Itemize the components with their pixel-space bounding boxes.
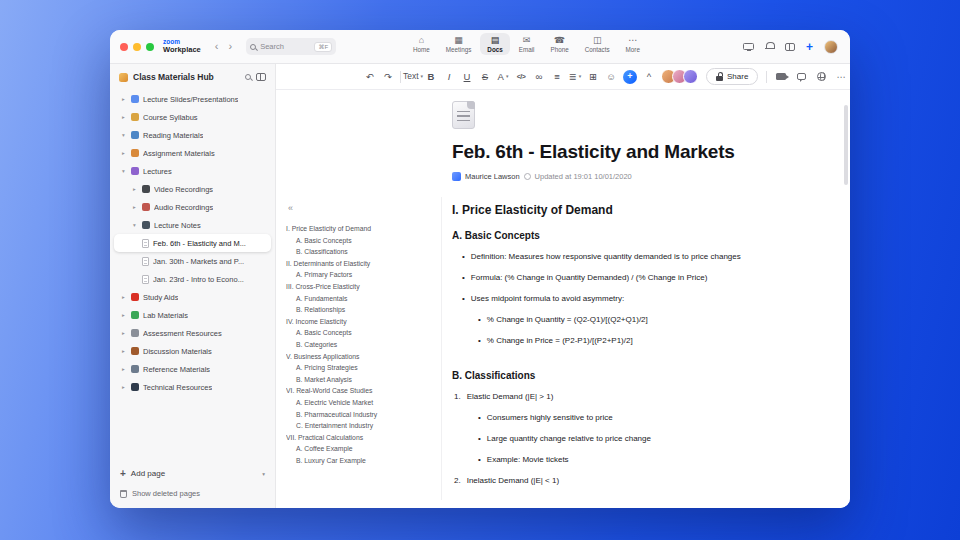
tab-docs[interactable]: ▤Docs — [480, 33, 509, 55]
panel-toggle-icon[interactable] — [785, 43, 795, 51]
tab-email[interactable]: ✉Email — [512, 33, 542, 55]
devices-icon[interactable] — [743, 43, 754, 50]
document-content[interactable]: Feb. 6th - Elasticity and Markets Mauric… — [452, 101, 826, 486]
link-button[interactable]: ∞ — [533, 72, 545, 82]
insert-table-button[interactable]: ⊞ — [587, 72, 599, 82]
sidebar-folder-item[interactable]: ▸Assignment Materials — [114, 144, 271, 162]
sidebar-folder-item[interactable]: ▸Technical Resources — [114, 378, 271, 396]
sidebar-folder-item[interactable]: ▸Discussion Materials — [114, 342, 271, 360]
outline-item[interactable]: VI. Real-World Case Studies — [286, 385, 437, 397]
notifications-icon[interactable] — [765, 42, 774, 51]
document-heading[interactable]: A. Basic Concepts — [452, 230, 826, 241]
bullet-item[interactable]: •Formula: (% Change in Quantity Demanded… — [452, 273, 826, 283]
global-search[interactable]: Search ⌘F — [246, 38, 336, 55]
document-heading[interactable]: I. Price Elasticity of Demand — [452, 203, 826, 217]
back-button[interactable]: ‹ — [213, 41, 221, 52]
bullet-item[interactable]: •% Change in Quantity = (Q2-Q1)/[(Q2+Q1)… — [452, 315, 826, 325]
add-page-button[interactable]: + Add page ▾ — [120, 468, 265, 479]
sidebar-folder-item[interactable]: ▸Course Syllabus — [114, 108, 271, 126]
bulleted-list-button[interactable]: ≡ — [551, 72, 563, 82]
chevron-right-icon[interactable]: ▸ — [120, 96, 127, 102]
tab-more[interactable]: ⋯More — [619, 33, 647, 55]
sidebar-search-icon[interactable] — [245, 74, 251, 80]
collapse-outline-icon[interactable]: « — [288, 204, 293, 213]
align-button[interactable]: ≣ ▾ — [569, 72, 581, 82]
bullet-item[interactable]: •Definition: Measures how responsive qua… — [452, 252, 826, 262]
minimize-window-button[interactable] — [133, 43, 141, 51]
sidebar-folder-item[interactable]: ▸Study Aids — [114, 288, 271, 306]
bold-button[interactable]: B — [425, 72, 437, 82]
outline-item[interactable]: III. Cross-Price Elasticity — [286, 281, 437, 293]
outline-item[interactable]: B. Pharmaceutical Industry — [286, 409, 437, 421]
outline-item[interactable]: A. Pricing Strategies — [286, 362, 437, 374]
numbered-item[interactable]: 1.Elastic Demand (|E| > 1) — [452, 392, 826, 402]
close-window-button[interactable] — [120, 43, 128, 51]
sidebar-folder-item[interactable]: ▸Audio Recordings — [114, 198, 271, 216]
chevron-right-icon[interactable]: ▸ — [120, 366, 127, 372]
outline-item[interactable]: B. Market Analysis — [286, 374, 437, 386]
strikethrough-button[interactable]: S — [479, 72, 491, 82]
text-color-button[interactable]: A ▾ — [497, 72, 509, 82]
sidebar-folder-item[interactable]: ▾Reading Materials — [114, 126, 271, 144]
outline-item[interactable]: B. Categories — [286, 339, 437, 351]
redo-button[interactable]: ↷ — [382, 72, 394, 82]
outline-item[interactable]: A. Basic Concepts — [286, 327, 437, 339]
chevron-right-icon[interactable]: ▸ — [120, 114, 127, 120]
document-title[interactable]: Feb. 6th - Elasticity and Markets — [452, 141, 826, 163]
chevron-right-icon[interactable]: ▸ — [131, 186, 138, 192]
chevron-right-icon[interactable]: ▸ — [131, 204, 138, 210]
share-button[interactable]: Share — [706, 68, 758, 85]
outline-item[interactable]: B. Classifications — [286, 246, 437, 258]
fullscreen-window-button[interactable] — [146, 43, 154, 51]
chevron-right-icon[interactable]: ▸ — [120, 384, 127, 390]
language-button[interactable] — [815, 72, 827, 81]
sidebar-folder-item[interactable]: ▸Assessment Resources — [114, 324, 271, 342]
chevron-right-icon[interactable]: ▸ — [120, 312, 127, 318]
outline-item[interactable]: II. Determinants of Elasticity — [286, 258, 437, 270]
emoji-button[interactable]: ☺ — [605, 72, 617, 82]
outline-item[interactable]: VII. Practical Calculations — [286, 432, 437, 444]
ai-companion-button[interactable]: + — [623, 70, 637, 84]
chevron-right-icon[interactable]: ▸ — [120, 348, 127, 354]
bullet-item[interactable]: •Large quantity change relative to price… — [452, 434, 826, 444]
scrollbar[interactable] — [844, 105, 848, 185]
start-video-button[interactable] — [775, 73, 787, 80]
outline-item[interactable]: A. Primary Factors — [286, 269, 437, 281]
outline-item[interactable]: A. Coffee Example — [286, 443, 437, 455]
outline-item[interactable]: A. Basic Concepts — [286, 235, 437, 247]
bullet-item[interactable]: •Consumers highly sensitive to price — [452, 413, 826, 423]
outline-item[interactable]: A. Fundamentals — [286, 293, 437, 305]
forward-button[interactable]: › — [226, 41, 234, 52]
tab-contacts[interactable]: ◫Contacts — [578, 33, 617, 55]
more-options-button[interactable]: ⋯ — [835, 72, 847, 82]
sidebar-folder-item[interactable]: ▾Lectures — [114, 162, 271, 180]
chevron-down-icon[interactable]: ▾ — [131, 222, 138, 228]
underline-button[interactable]: U — [461, 72, 473, 82]
sidebar-page-item[interactable]: Jan. 30th - Markets and P... — [114, 252, 271, 270]
collaborator-avatar[interactable] — [683, 69, 698, 84]
sidebar-folder-item[interactable]: ▸Lab Materials — [114, 306, 271, 324]
new-item-button[interactable]: + — [806, 41, 813, 53]
undo-button[interactable]: ↶ — [364, 72, 376, 82]
outline-item[interactable]: C. Entertainment Industry — [286, 420, 437, 432]
code-button[interactable]: </> — [515, 73, 527, 80]
bullet-item[interactable]: •% Change in Price = (P2-P1)/[(P2+P1)/2] — [452, 336, 826, 346]
outline-item[interactable]: B. Luxury Car Example — [286, 455, 437, 467]
tab-home[interactable]: ⌂Home — [406, 33, 437, 55]
show-deleted-button[interactable]: Show deleted pages — [120, 489, 265, 498]
outline-item[interactable]: B. Relationships — [286, 304, 437, 316]
sidebar-collapse-icon[interactable] — [256, 73, 266, 81]
bullet-item[interactable]: •Example: Movie tickets — [452, 455, 826, 465]
outline-item[interactable]: A. Electric Vehicle Market — [286, 397, 437, 409]
sidebar-folder-item[interactable]: ▸Video Recordings — [114, 180, 271, 198]
sidebar-folder-item[interactable]: ▾Lecture Notes — [114, 216, 271, 234]
sidebar-folder-item[interactable]: ▸Lecture Slides/Presentations — [114, 90, 271, 108]
text-style-dropdown[interactable]: Text ▾ — [407, 72, 419, 81]
chevron-down-icon[interactable]: ▾ — [120, 168, 127, 174]
sidebar-page-item[interactable]: Feb. 6th - Elasticity and M... — [114, 234, 271, 252]
add-page-chevron-icon[interactable]: ▾ — [262, 471, 265, 477]
collapse-toolbar-button[interactable]: ^ — [643, 72, 655, 82]
sidebar-page-item[interactable]: Jan. 23rd - Intro to Econo... — [114, 270, 271, 288]
user-avatar[interactable] — [824, 40, 838, 54]
chevron-down-icon[interactable]: ▾ — [120, 132, 127, 138]
